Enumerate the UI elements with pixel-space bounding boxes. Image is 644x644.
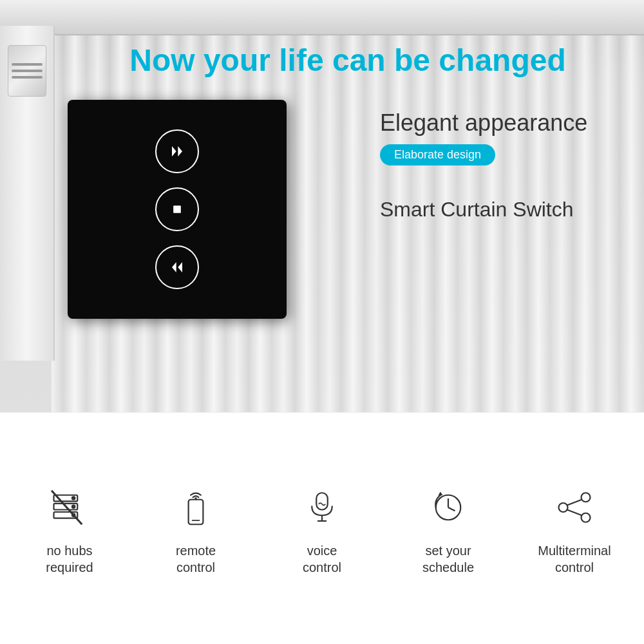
curtain-stop-button[interactable] [155, 187, 199, 231]
svg-point-20 [559, 503, 568, 512]
product-name: Smart Curtain Switch [380, 198, 625, 222]
top-section: Now your life can be changed [0, 0, 644, 412]
multiterminal-label: Multiterminalcontrol [538, 542, 611, 576]
svg-point-5 [72, 505, 75, 507]
voice-control-icon [296, 482, 348, 533]
device-container [68, 100, 293, 332]
remote-control-icon [170, 482, 222, 533]
svg-point-19 [582, 513, 591, 522]
features-section: no hubsrequired remotecontrol [0, 412, 644, 644]
set-schedule-label: set yourschedule [422, 542, 474, 576]
voice-control-label: voicecontrol [303, 542, 341, 576]
headline: Now your life can be changed [64, 42, 631, 79]
elaborate-badge: Elaborate design [380, 144, 495, 166]
svg-line-22 [567, 509, 582, 515]
feature-set-schedule: set yourschedule [390, 482, 506, 576]
motor-slot [12, 63, 43, 66]
remote-control-label: remotecontrol [176, 542, 216, 576]
svg-line-16 [448, 507, 455, 511]
feature-voice-control: voicecontrol [264, 482, 380, 576]
motor-slot [12, 70, 43, 72]
feature-remote-control: remotecontrol [138, 482, 254, 576]
set-schedule-icon [422, 482, 474, 533]
curtain-rod [0, 0, 644, 35]
motor-unit [0, 26, 55, 361]
motor-body [8, 45, 46, 97]
no-hubs-icon [44, 482, 95, 533]
svg-marker-17 [438, 491, 442, 495]
svg-rect-0 [173, 205, 181, 213]
svg-point-10 [194, 497, 197, 500]
feature-no-hubs: no hubsrequired [12, 482, 128, 576]
elegant-title: Elegant appearance [380, 109, 625, 137]
right-info: Elegant appearance Elaborate design Smar… [380, 109, 625, 222]
device-panel [68, 100, 287, 319]
svg-line-21 [567, 499, 582, 505]
motor-slots [8, 60, 46, 82]
svg-point-4 [72, 497, 75, 499]
curtain-open-button[interactable] [155, 129, 199, 173]
multiterminal-icon [549, 482, 600, 533]
feature-multiterminal: Multiterminalcontrol [516, 482, 632, 576]
curtain-close-button[interactable] [155, 245, 199, 289]
motor-slot [12, 76, 43, 79]
svg-rect-11 [316, 493, 328, 509]
svg-point-18 [582, 493, 591, 502]
no-hubs-label: no hubsrequired [46, 542, 93, 576]
